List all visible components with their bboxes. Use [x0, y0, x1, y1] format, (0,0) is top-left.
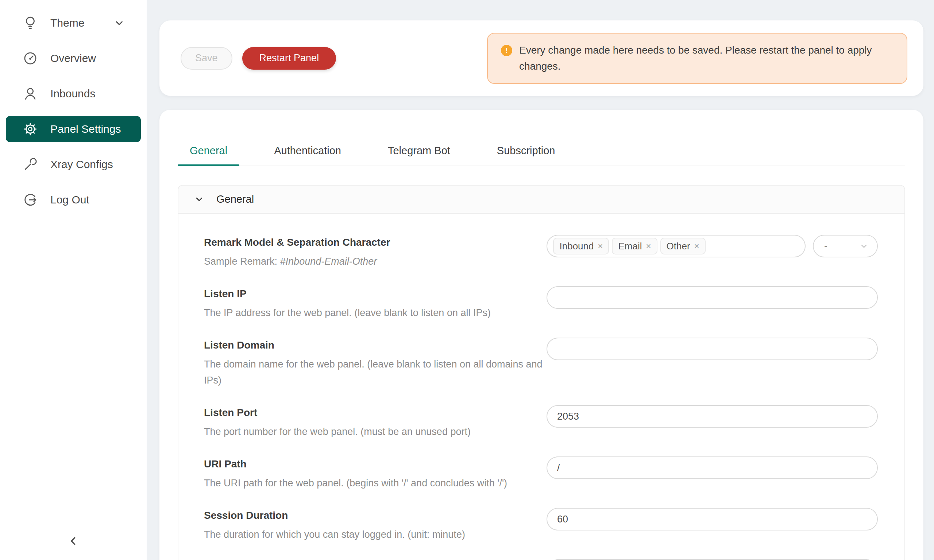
- row-control: [547, 338, 878, 360]
- field-title: Listen Domain: [204, 338, 547, 353]
- field-title: Session Duration: [204, 508, 547, 523]
- field-title: Remark Model & Separation Character: [204, 235, 547, 250]
- chevron-down-icon: [194, 195, 204, 204]
- row-control: [547, 286, 878, 309]
- field-description: Sample Remark: #Inbound-Email-Other: [204, 253, 547, 269]
- row-label: Listen IP The IP address for the web pan…: [204, 286, 547, 321]
- row-label: Listen Domain The domain name for the we…: [204, 338, 547, 388]
- logout-icon: [23, 192, 38, 208]
- row-label: URI Path The URI path for the web panel.…: [204, 457, 547, 491]
- row-listen-port: Listen Port The port number for the web …: [204, 405, 878, 440]
- remove-tag-icon[interactable]: ×: [646, 242, 651, 251]
- wrench-icon: [23, 157, 38, 172]
- chevron-down-icon[interactable]: [114, 17, 125, 28]
- gear-icon: [23, 122, 38, 137]
- field-description: The duration for which you can stay logg…: [204, 526, 547, 543]
- listen-domain-input[interactable]: [547, 338, 878, 360]
- field-title: Listen IP: [204, 286, 547, 302]
- sidebar-item-label: Log Out: [50, 194, 89, 206]
- session-duration-input[interactable]: [547, 508, 878, 531]
- panel-title: General: [216, 193, 254, 205]
- row-session-duration: Session Duration The duration for which …: [204, 508, 878, 543]
- sidebar-item-panel-settings[interactable]: Panel Settings: [6, 116, 141, 142]
- field-title: URI Path: [204, 457, 547, 472]
- sidebar-collapse-button[interactable]: [62, 530, 84, 552]
- row-label: Remark Model & Separation Character Samp…: [204, 235, 547, 269]
- tag-label: Email: [618, 241, 642, 252]
- tag-label: Other: [667, 241, 690, 252]
- sidebar-item-inbounds[interactable]: Inbounds: [6, 81, 141, 107]
- tab-subscription[interactable]: Subscription: [485, 145, 567, 166]
- separator-select[interactable]: -: [813, 235, 878, 257]
- actions-card: Save Restart Panel ! Every change made h…: [159, 20, 923, 96]
- row-listen-ip: Listen IP The IP address for the web pan…: [204, 286, 878, 321]
- general-panel-header[interactable]: General: [179, 186, 905, 214]
- tag-inbound: Inbound×: [553, 238, 609, 254]
- listen-port-input[interactable]: [547, 405, 878, 428]
- sidebar-item-label: Theme: [50, 17, 84, 29]
- tab-telegram-bot[interactable]: Telegram Bot: [376, 145, 462, 166]
- lightbulb-icon: [23, 15, 38, 31]
- row-control: [547, 457, 878, 479]
- restart-warning-alert: ! Every change made here needs to be sav…: [487, 33, 907, 84]
- field-description: The IP address for the web panel. (leave…: [204, 305, 547, 321]
- main-content: Save Restart Panel ! Every change made h…: [147, 0, 934, 560]
- sample-remark-value: #Inbound-Email-Other: [280, 256, 377, 267]
- field-description: The URI path for the web panel. (begins …: [204, 475, 547, 491]
- save-button[interactable]: Save: [180, 47, 233, 70]
- row-remark-model: Remark Model & Separation Character Samp…: [204, 235, 878, 269]
- general-panel-body: Remark Model & Separation Character Samp…: [179, 214, 905, 560]
- sidebar-item-log-out[interactable]: Log Out: [6, 187, 141, 213]
- tag-email: Email×: [612, 238, 657, 254]
- user-icon: [23, 86, 38, 102]
- tab-general[interactable]: General: [178, 145, 239, 166]
- field-description: The port number for the web panel. (must…: [204, 424, 547, 440]
- dashboard-icon: [23, 51, 38, 66]
- sidebar: Theme Overview Inbounds Panel Settings: [0, 0, 147, 560]
- action-buttons: Save Restart Panel: [180, 47, 336, 70]
- remark-model-multiselect[interactable]: Inbound× Email× Other×: [547, 235, 806, 257]
- tag-other: Other×: [660, 238, 706, 254]
- sidebar-item-xray-configs[interactable]: Xray Configs: [6, 151, 141, 178]
- listen-ip-input[interactable]: [547, 286, 878, 309]
- sidebar-item-theme[interactable]: Theme: [6, 10, 141, 36]
- row-control: Inbound× Email× Other× -: [547, 235, 878, 257]
- settings-card: General Authentication Telegram Bot Subs…: [159, 110, 923, 560]
- chevron-left-icon: [67, 535, 80, 547]
- settings-tabs: General Authentication Telegram Bot Subs…: [178, 110, 905, 166]
- row-listen-domain: Listen Domain The domain name for the we…: [204, 338, 878, 388]
- tab-authentication[interactable]: Authentication: [262, 145, 353, 166]
- sidebar-item-label: Panel Settings: [50, 123, 121, 135]
- separator-value: -: [824, 241, 828, 252]
- sidebar-item-overview[interactable]: Overview: [6, 45, 141, 71]
- sidebar-item-label: Inbounds: [50, 88, 95, 100]
- field-description: The domain name for the web panel. (leav…: [204, 356, 547, 388]
- row-uri-path: URI Path The URI path for the web panel.…: [204, 457, 878, 491]
- tag-label: Inbound: [559, 241, 593, 252]
- warning-icon: !: [501, 45, 512, 56]
- row-label: Session Duration The duration for which …: [204, 508, 547, 543]
- field-title: Listen Port: [204, 405, 547, 420]
- uri-path-input[interactable]: [547, 457, 878, 479]
- chevron-down-icon: [860, 242, 868, 251]
- restart-panel-button[interactable]: Restart Panel: [242, 47, 336, 70]
- row-label: Listen Port The port number for the web …: [204, 405, 547, 440]
- general-collapse-panel: General Remark Model & Separation Charac…: [178, 185, 905, 560]
- sidebar-item-label: Xray Configs: [50, 158, 113, 171]
- row-control: [547, 508, 878, 531]
- remove-tag-icon[interactable]: ×: [694, 242, 700, 251]
- sample-remark-prefix: Sample Remark:: [204, 256, 280, 267]
- alert-message: Every change made here needs to be saved…: [519, 42, 889, 74]
- sidebar-item-label: Overview: [50, 52, 96, 65]
- row-control: [547, 405, 878, 428]
- remove-tag-icon[interactable]: ×: [598, 242, 603, 251]
